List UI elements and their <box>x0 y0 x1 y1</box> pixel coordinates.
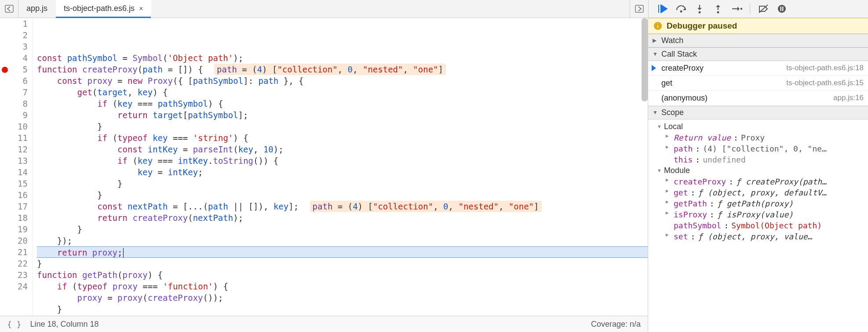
svg-rect-7 <box>780 7 782 11</box>
code-line[interactable]: } <box>37 121 648 132</box>
line-number[interactable]: 24 <box>0 281 28 292</box>
code-line[interactable]: proxy = proxy(createProxy()); <box>37 292 648 303</box>
pause-on-exceptions-button[interactable] <box>774 1 790 17</box>
frame-function: createProxy <box>661 64 704 73</box>
pretty-print-icon[interactable]: { } <box>7 320 22 329</box>
code-line[interactable]: function createProxy(path = []) { path =… <box>37 64 648 75</box>
code-line[interactable]: const nextPath = [...(path || []), key];… <box>37 201 648 212</box>
line-number[interactable]: 21 <box>0 246 28 258</box>
debug-toolbar <box>648 0 868 18</box>
step-out-button[interactable] <box>710 1 726 17</box>
gutter[interactable]: 123456789101112131415161718192021222324 <box>0 18 33 316</box>
code-line[interactable]: function getPath(proxy) { <box>37 269 648 281</box>
inline-value-hint: path = (4) ["collection", 0, "nested", "… <box>310 201 542 212</box>
line-number[interactable]: 1 <box>0 18 28 29</box>
code-line[interactable]: } <box>37 224 648 235</box>
code-line[interactable]: if (key === pathSymbol) { <box>37 98 648 109</box>
chevron-right-icon: ▶ <box>666 133 671 139</box>
resume-button[interactable] <box>655 1 671 17</box>
code-line[interactable]: const proxy = new Proxy({ [pathSymbol]: … <box>37 75 648 87</box>
line-number[interactable]: 8 <box>0 98 28 109</box>
code-line[interactable]: } <box>37 178 648 189</box>
scope-local-label: Local <box>664 122 683 131</box>
line-number[interactable]: 15 <box>0 178 28 189</box>
scope-module-header[interactable]: ▼ Module <box>648 165 868 176</box>
code-line[interactable]: return createProxy(nextPath); <box>37 212 648 224</box>
step-button[interactable] <box>729 1 744 17</box>
tab-app-js[interactable]: app.js <box>18 0 56 18</box>
frame-function: (anonymous) <box>661 94 708 103</box>
watch-section-header[interactable]: ▶ Watch <box>648 34 868 47</box>
line-number[interactable]: 22 <box>0 258 28 269</box>
code-line[interactable]: if (typeof key === 'string') { <box>37 132 648 144</box>
deactivate-breakpoints-button[interactable] <box>755 1 771 17</box>
show-navigator-button[interactable] <box>0 0 18 18</box>
line-number[interactable]: 6 <box>0 75 28 87</box>
chevron-down-icon: ▼ <box>653 109 659 115</box>
svg-rect-8 <box>782 7 784 11</box>
line-number[interactable]: 2 <box>0 29 28 41</box>
line-number[interactable]: 12 <box>0 144 28 155</box>
line-number[interactable]: 7 <box>0 87 28 98</box>
line-number[interactable]: 3 <box>0 41 28 52</box>
scope-module-item[interactable]: ▶get: ƒ (object, proxy, defaultV… <box>648 187 868 198</box>
code-line[interactable]: return target[pathSymbol]; <box>37 109 648 121</box>
line-number[interactable]: 4 <box>0 52 28 64</box>
inline-value-hint: path = (4) ["collection", 0, "nested", "… <box>214 64 446 75</box>
step-into-button[interactable] <box>692 1 708 17</box>
callstack-section-header[interactable]: ▼ Call Stack <box>648 47 868 61</box>
scope-module-item[interactable]: ▶isProxy: ƒ isProxy(value) <box>648 209 868 220</box>
more-tabs-button[interactable] <box>630 0 648 18</box>
code-line[interactable]: } <box>37 258 648 269</box>
code-line[interactable]: } <box>37 303 648 315</box>
step-over-button[interactable] <box>673 1 689 17</box>
code-line[interactable]: const pathSymbol = Symbol('Object path')… <box>37 52 648 64</box>
banner-text: Debugger paused <box>667 21 737 31</box>
svg-rect-11 <box>657 23 658 24</box>
line-number[interactable]: 10 <box>0 121 28 132</box>
scope-module-item[interactable]: pathSymbol: Symbol(Object path) <box>648 220 868 231</box>
scope-section-header[interactable]: ▼ Scope <box>648 106 868 119</box>
scope-module-item[interactable]: ▶createProxy: ƒ createProxy(path… <box>648 176 868 187</box>
callstack-frame[interactable]: getts-object-path.es6.js:15 <box>648 76 868 91</box>
code-line[interactable]: key = intKey; <box>37 166 648 178</box>
separator <box>750 3 750 14</box>
line-number[interactable]: 11 <box>0 132 28 144</box>
code-line[interactable]: }); <box>37 235 648 246</box>
line-number[interactable]: 23 <box>0 269 28 281</box>
line-number[interactable]: 20 <box>0 235 28 246</box>
info-icon <box>653 22 662 30</box>
line-number[interactable]: 17 <box>0 201 28 212</box>
code-line[interactable]: const intKey = parseInt(key, 10); <box>37 144 648 155</box>
tab-label: ts-object-path.es6.js <box>64 4 135 13</box>
chevron-right-icon: ▶ <box>666 199 671 205</box>
line-number[interactable]: 9 <box>0 109 28 121</box>
code-line[interactable]: if (key === intKey.toString()) { <box>37 155 648 166</box>
line-number[interactable]: 18 <box>0 212 28 224</box>
scope-path[interactable]: ▶ path: (4) ["collection", 0, "ne… <box>648 143 868 154</box>
code-line[interactable]: return proxy; <box>37 246 648 258</box>
code-line[interactable]: get(target, key) { <box>37 87 648 98</box>
line-number[interactable]: 19 <box>0 224 28 235</box>
cursor-location: Line 18, Column 18 <box>30 320 99 329</box>
scope-return-value[interactable]: ▶ Return value: Proxy <box>648 132 868 143</box>
debugger-paused-banner: Debugger paused <box>648 18 868 34</box>
line-number[interactable]: 13 <box>0 155 28 166</box>
line-number[interactable]: 5 <box>0 64 28 75</box>
scope-module-item[interactable]: ▶getPath: ƒ getPath(proxy) <box>648 198 868 209</box>
code-line[interactable]: return proxy[pathSymbol]; <box>37 315 648 316</box>
code-line[interactable]: } <box>37 189 648 201</box>
line-number[interactable]: 16 <box>0 189 28 201</box>
scope-module-item[interactable]: ▶set: ƒ (object, proxy, value… <box>648 231 868 242</box>
line-number[interactable]: 14 <box>0 166 28 178</box>
tab-ts-object-path[interactable]: ts-object-path.es6.js × <box>56 0 151 18</box>
close-icon[interactable]: × <box>139 5 143 13</box>
svg-rect-10 <box>657 25 658 28</box>
code-line[interactable]: if (typeof proxy === 'function') { <box>37 281 648 292</box>
code-editor[interactable]: const pathSymbol = Symbol('Object path')… <box>33 18 648 316</box>
callstack-frame[interactable]: createProxyts-object-path.es6.js:18 <box>648 61 868 76</box>
scope-local-header[interactable]: ▼ Local <box>648 121 868 132</box>
svg-point-2 <box>680 10 682 12</box>
svg-rect-0 <box>5 5 13 12</box>
callstack-frame[interactable]: (anonymous)app.js:16 <box>648 91 868 106</box>
